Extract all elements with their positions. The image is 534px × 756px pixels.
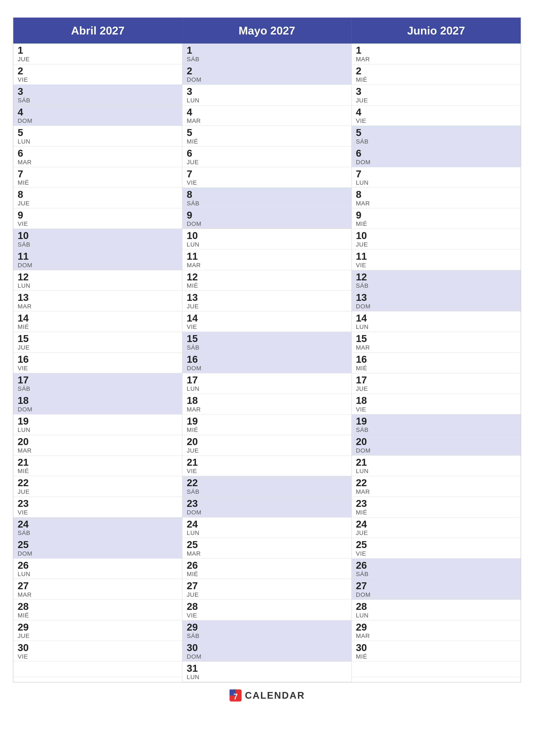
day-row: 14VIE [182, 311, 351, 332]
day-name: DOM [187, 221, 347, 228]
day-row: 6DOM [352, 147, 521, 167]
day-name: JUE [18, 200, 178, 207]
day-number: 27 [18, 580, 178, 591]
day-name: MAR [18, 303, 178, 310]
day-name: MAR [18, 591, 178, 598]
day-number: 6 [187, 148, 347, 159]
day-number: 10 [18, 230, 178, 241]
day-number: 21 [18, 457, 178, 468]
day-name: SÁB [18, 529, 178, 536]
day-number: 24 [187, 519, 347, 530]
day-name: MAR [18, 447, 178, 454]
day-number: 8 [187, 189, 347, 200]
day-number: 11 [18, 251, 178, 262]
day-name: DOM [356, 303, 516, 310]
day-row: 19SÁB [352, 415, 521, 435]
day-number: 29 [18, 622, 178, 633]
day-row: 26MIÉ [182, 558, 351, 579]
day-number: 12 [356, 272, 516, 283]
day-name: DOM [356, 159, 516, 166]
day-number: 2 [18, 66, 178, 76]
day-row: 10JUE [352, 229, 521, 250]
day-row: 17JUE [352, 373, 521, 394]
day-row: 9DOM [182, 208, 351, 229]
day-number: 14 [18, 313, 178, 324]
day-number: 13 [187, 292, 347, 303]
day-number: 15 [187, 333, 347, 344]
day-number: 7 [18, 169, 178, 179]
day-number: 26 [356, 560, 516, 571]
day-number: 6 [18, 148, 178, 159]
day-row: 29SÁB [182, 620, 351, 641]
day-row: 9MIÉ [352, 208, 521, 229]
day-name: MIÉ [18, 612, 178, 619]
day-row: 27DOM [352, 579, 521, 600]
day-name: SÁB [187, 56, 347, 63]
day-name: VIE [18, 365, 178, 372]
day-number: 4 [356, 107, 516, 118]
day-row: 12MIÉ [182, 270, 351, 291]
day-number: 11 [187, 251, 347, 262]
day-row: 13DOM [352, 291, 521, 311]
day-row: 5SÁB [352, 126, 521, 147]
day-number: 9 [18, 210, 178, 221]
day-name: SÁB [187, 200, 347, 207]
day-number: 5 [356, 127, 516, 138]
day-name: JUE [18, 56, 178, 63]
day-number: 3 [18, 86, 178, 97]
day-row: 30MIÉ [352, 641, 521, 662]
day-name: MAR [187, 550, 347, 557]
day-row: 12SÁB [352, 270, 521, 291]
day-number: 8 [18, 189, 178, 200]
day-number: 9 [187, 210, 347, 221]
day-number: 16 [18, 354, 178, 365]
day-row: 20DOM [352, 435, 521, 456]
day-number: 21 [187, 457, 347, 468]
day-name: DOM [187, 365, 347, 372]
empty-row [352, 662, 521, 677]
day-name: JUE [187, 591, 347, 598]
day-row: 1MAR [352, 43, 521, 64]
day-name: VIE [356, 262, 516, 269]
day-name: VIE [356, 550, 516, 557]
day-name: VIE [18, 509, 178, 516]
day-row: 14LUN [352, 311, 521, 332]
day-number: 6 [356, 148, 516, 159]
day-row: 15MAR [352, 332, 521, 353]
day-name: VIE [18, 653, 178, 660]
day-row: 8JUE [13, 188, 182, 208]
day-row: 26SÁB [352, 558, 521, 579]
day-row: 24JUE [352, 517, 521, 538]
day-name: DOM [18, 406, 178, 413]
day-row: 20MAR [13, 435, 182, 456]
day-name: JUE [356, 241, 516, 248]
day-number: 26 [18, 560, 178, 571]
month-header-1: Mayo 2027 [182, 18, 351, 43]
day-name: VIE [18, 221, 178, 228]
day-number: 3 [187, 86, 347, 97]
day-row: 15JUE [13, 332, 182, 353]
day-row: 4DOM [13, 105, 182, 126]
day-name: MAR [356, 200, 516, 207]
day-name: JUE [356, 97, 516, 104]
day-name: LUN [187, 529, 347, 536]
day-row: 23DOM [182, 497, 351, 517]
day-row: 29JUE [13, 620, 182, 641]
month-header-2: Junio 2027 [352, 18, 521, 43]
day-row: 2VIE [13, 64, 182, 85]
day-number: 23 [187, 498, 347, 509]
day-row: 13JUE [182, 291, 351, 311]
day-number: 13 [18, 292, 178, 303]
day-name: LUN [187, 97, 347, 104]
day-name: MAR [356, 56, 516, 63]
day-row: 9VIE [13, 208, 182, 229]
day-number: 1 [356, 45, 516, 56]
month-header-0: Abril 2027 [13, 18, 182, 43]
day-row: 21MIÉ [13, 456, 182, 476]
day-number: 19 [187, 416, 347, 427]
day-row: 3JUE [352, 85, 521, 105]
day-number: 1 [187, 45, 347, 56]
day-row: 22JUE [13, 476, 182, 497]
day-name: SÁB [356, 426, 516, 433]
day-name: DOM [18, 550, 178, 557]
